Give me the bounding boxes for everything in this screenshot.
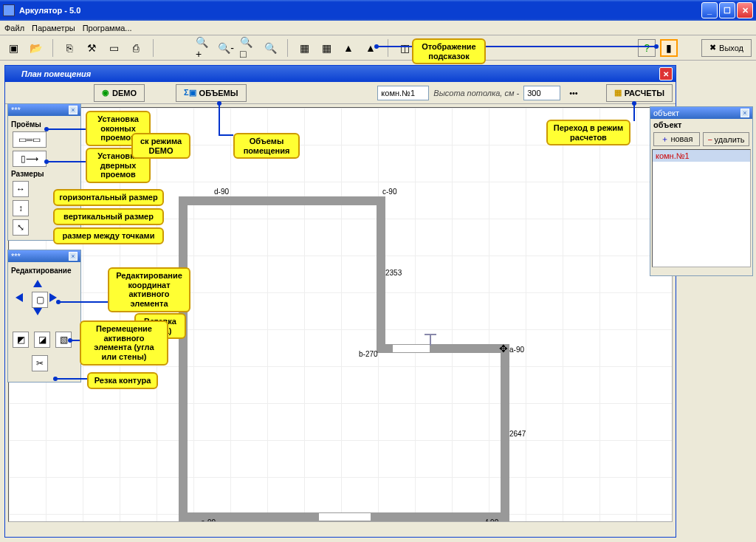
ceiling-label: Высота потолка, см - (433, 89, 519, 97)
flag1-icon[interactable]: ▲ (340, 39, 357, 57)
menu-params[interactable]: Параметры (32, 24, 75, 32)
tooltip-toggle-button[interactable]: ▮ (660, 39, 678, 57)
drag-handle-icon[interactable]: ✥ (499, 343, 508, 354)
callout-move-active: Перемещение активного элемента (угла или… (80, 320, 168, 366)
connector (47, 128, 86, 130)
dim-2353: 2353 (385, 269, 402, 277)
panel-close-icon[interactable]: × (69, 252, 78, 261)
connector (219, 134, 233, 136)
zoom-out-icon[interactable]: 🔍- (217, 39, 235, 57)
list-item[interactable]: комн.№1 (653, 150, 750, 162)
tool-copy-icon[interactable]: ⎘ (61, 39, 78, 57)
move-down-icon[interactable] (33, 308, 42, 315)
label-b270: b-270 (359, 350, 378, 358)
openings-panel-head[interactable]: *** × (8, 104, 80, 116)
label-d90: d-90 (214, 188, 229, 196)
minimize-button[interactable]: _ (701, 2, 718, 18)
volumes-label: ОБЪЕМЫ (199, 89, 238, 97)
close-button[interactable]: ✕ (737, 2, 753, 18)
tool-ruler-icon[interactable]: ▭ (105, 39, 123, 57)
demo-label: DEMO (112, 89, 137, 97)
callout-cut-contour: Резка контура (87, 372, 158, 389)
connector (56, 378, 87, 380)
move-left-icon[interactable] (16, 293, 23, 302)
wall (179, 196, 385, 205)
tool-print-icon[interactable]: ⎙ (127, 39, 145, 57)
connector (219, 103, 220, 134)
edit-panel: *** × Редактирование ▢ ◩ ◪ ▧ ✂ (7, 250, 81, 383)
panel-close-icon[interactable]: × (69, 106, 78, 114)
plan-titlebar: План помещения ✕ (5, 66, 676, 82)
panel-close-icon[interactable]: × (740, 109, 749, 117)
cut-contour-button[interactable]: ✂ (32, 355, 48, 371)
zoom-search-icon[interactable]: 🔍 (261, 39, 279, 57)
more-icon[interactable]: ••• (565, 89, 583, 97)
plan-close-button[interactable]: ✕ (659, 67, 673, 80)
plan-toolbar: ◉ DEMO Σ▣ ОБЪЕМЫ Высота потолка, см - ••… (5, 82, 676, 104)
plan-icon (8, 69, 18, 79)
connector-dot (654, 44, 659, 49)
calc-label: РАСЧЕТЫ (625, 89, 664, 97)
object-panel: объект × объект ＋ новая − удалить комн.№… (650, 106, 753, 276)
window-opening-button[interactable]: ▭═▭ (13, 131, 47, 148)
layer2-icon[interactable]: ▦ (317, 39, 335, 57)
plan-title: План помещения (21, 69, 91, 78)
volumes-button[interactable]: Σ▣ ОБЪЕМЫ (176, 84, 247, 102)
calc-button[interactable]: ▦ РАСЧЕТЫ (606, 84, 673, 102)
wall (377, 196, 385, 344)
object-panel-head[interactable]: объект × (650, 107, 752, 119)
panel-head-label: *** (11, 252, 21, 261)
app-icon (3, 4, 15, 16)
ceiling-input[interactable] (523, 86, 560, 100)
wall (179, 196, 188, 521)
main-titlebar: Аркулятор - 5.0 _ ☐ ✕ (0, 0, 756, 21)
door-opening-button[interactable]: ▯⟶ (13, 151, 47, 167)
label-a90: a-90 (509, 346, 524, 354)
connector-dot (374, 44, 379, 49)
vdim-button[interactable]: ↕ (13, 200, 29, 216)
edit-label: Редактирование (11, 267, 78, 275)
hdim-button[interactable]: ↔ (13, 181, 29, 197)
zoom-in-icon[interactable]: 🔍+ (195, 39, 213, 57)
maximize-button[interactable]: ☐ (719, 2, 735, 18)
callout-vdim: вертикальный размер (53, 208, 164, 225)
connector-dot (44, 127, 49, 131)
room-name-input[interactable] (377, 86, 429, 100)
zoom-fit-icon[interactable]: 🔍□ (239, 39, 257, 57)
ptdim-button[interactable]: ⤡ (13, 219, 29, 236)
connector (633, 103, 635, 121)
object-panel-title: объект (653, 109, 679, 117)
label-e90: e-90 (201, 518, 216, 522)
connector-dot (68, 338, 72, 343)
menu-file[interactable]: Файл (4, 24, 24, 32)
help2-icon[interactable]: ? (638, 39, 656, 57)
dims-label: Размеры (11, 170, 78, 178)
calc-icon: ▦ (614, 88, 622, 97)
edit-panel-head[interactable]: *** × (8, 250, 80, 262)
center-button[interactable]: ▢ (32, 292, 48, 308)
menu-program[interactable]: Программа... (83, 24, 132, 32)
insert-corner-button[interactable]: ◩ (13, 332, 29, 348)
move-up-icon[interactable] (33, 280, 42, 287)
panel-toggle-icon[interactable]: ◫ (396, 39, 413, 57)
object-new-button[interactable]: ＋ новая (653, 132, 700, 146)
connector (47, 161, 86, 162)
tool-open-icon[interactable]: 📂 (27, 39, 44, 57)
object-delete-button[interactable]: − удалить (703, 132, 749, 146)
delete-corner-button[interactable]: ◪ (34, 332, 50, 348)
layer1-icon[interactable]: ▦ (295, 39, 313, 57)
center-marker (425, 334, 436, 346)
connector-dot (44, 159, 49, 164)
tool-hammer-icon[interactable]: ⚒ (83, 39, 100, 57)
connector (59, 301, 108, 303)
volumes-icon: Σ▣ (184, 88, 196, 97)
exit-button[interactable]: ✖ Выход (701, 39, 752, 57)
opening (319, 512, 371, 521)
connector-dot (632, 101, 636, 106)
connector-dot (56, 300, 61, 304)
exit-label: Выход (719, 44, 743, 52)
dim-2647: 2647 (509, 430, 526, 438)
demo-button[interactable]: ◉ DEMO (94, 84, 145, 102)
tool-new-icon[interactable]: ▣ (4, 39, 22, 57)
object-list[interactable]: комн.№1 (652, 149, 751, 267)
